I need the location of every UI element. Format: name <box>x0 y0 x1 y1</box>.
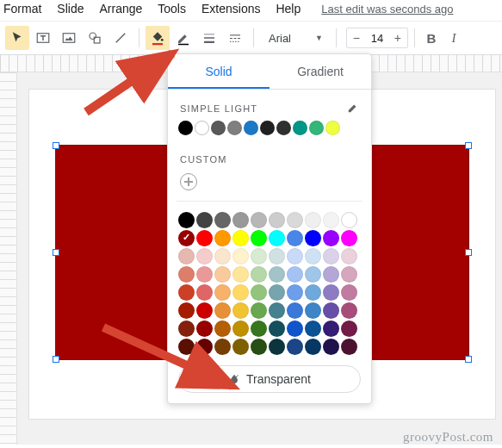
color-swatch[interactable] <box>341 284 357 301</box>
theme-color-swatch[interactable] <box>195 121 209 135</box>
image-tool[interactable] <box>57 26 81 50</box>
color-swatch[interactable] <box>269 339 285 355</box>
color-swatch[interactable] <box>269 320 285 337</box>
color-swatch[interactable] <box>323 248 339 264</box>
tab-solid[interactable]: Solid <box>168 54 270 89</box>
color-swatch[interactable] <box>196 339 213 355</box>
color-swatch[interactable] <box>232 320 249 337</box>
tab-gradient[interactable]: Gradient <box>270 54 371 89</box>
border-dash-button[interactable] <box>223 26 247 50</box>
color-swatch[interactable] <box>251 230 267 246</box>
color-swatch[interactable] <box>232 266 249 283</box>
border-color-button[interactable] <box>171 26 195 50</box>
color-swatch[interactable] <box>214 212 231 228</box>
color-swatch[interactable] <box>323 212 339 228</box>
bold-button[interactable]: B <box>421 26 442 50</box>
color-swatch[interactable] <box>251 339 267 355</box>
color-swatch[interactable] <box>287 212 303 228</box>
color-swatch[interactable] <box>196 302 213 319</box>
color-swatch[interactable] <box>323 284 339 301</box>
color-swatch[interactable] <box>196 230 213 246</box>
menu-format[interactable]: Format <box>3 2 41 16</box>
theme-color-swatch[interactable] <box>178 121 193 135</box>
resize-handle-l[interactable] <box>53 249 59 256</box>
color-swatch[interactable] <box>178 284 195 301</box>
color-swatch[interactable] <box>232 302 249 319</box>
color-swatch[interactable] <box>341 339 357 355</box>
menu-slide[interactable]: Slide <box>57 2 84 16</box>
resize-handle-tr[interactable] <box>465 142 472 149</box>
fill-color-button[interactable] <box>146 26 170 50</box>
line-tool[interactable] <box>108 26 133 50</box>
color-swatch[interactable] <box>305 212 321 228</box>
color-swatch[interactable] <box>214 284 231 301</box>
color-swatch[interactable] <box>251 284 267 301</box>
color-swatch[interactable] <box>269 284 285 301</box>
resize-handle-br[interactable] <box>465 356 472 363</box>
color-swatch[interactable] <box>341 320 357 337</box>
color-swatch[interactable] <box>269 230 285 246</box>
color-swatch[interactable] <box>269 212 285 228</box>
color-swatch[interactable] <box>251 266 267 283</box>
color-swatch[interactable] <box>305 230 321 246</box>
theme-color-swatch[interactable] <box>293 121 307 135</box>
color-swatch[interactable] <box>323 302 339 319</box>
color-swatch[interactable] <box>305 320 321 337</box>
color-swatch[interactable] <box>178 266 195 283</box>
color-swatch[interactable] <box>178 339 195 355</box>
theme-color-swatch[interactable] <box>260 121 275 135</box>
color-swatch[interactable] <box>269 266 285 283</box>
font-size-increase[interactable]: + <box>388 28 407 47</box>
color-swatch[interactable] <box>341 302 357 319</box>
color-swatch[interactable] <box>214 266 231 283</box>
color-swatch[interactable] <box>214 339 231 355</box>
add-custom-color-button[interactable] <box>180 173 197 190</box>
theme-color-swatch[interactable] <box>309 121 324 135</box>
color-swatch[interactable] <box>269 248 285 264</box>
color-swatch[interactable] <box>232 339 249 355</box>
color-swatch[interactable] <box>287 339 303 355</box>
color-swatch[interactable] <box>232 230 249 246</box>
color-swatch[interactable] <box>305 266 321 283</box>
color-swatch[interactable] <box>178 320 195 337</box>
color-swatch[interactable] <box>178 248 195 264</box>
border-weight-button[interactable] <box>197 26 221 50</box>
shape-tool[interactable] <box>83 26 107 50</box>
menu-help[interactable]: Help <box>276 2 301 16</box>
font-size-decrease[interactable]: − <box>347 28 366 47</box>
transparent-button[interactable]: Transparent <box>178 365 361 393</box>
color-swatch[interactable] <box>196 284 213 301</box>
edit-theme-icon[interactable] <box>347 102 359 115</box>
color-swatch[interactable] <box>196 320 213 337</box>
theme-color-swatch[interactable] <box>276 121 291 135</box>
color-swatch[interactable] <box>305 284 321 301</box>
color-swatch[interactable] <box>341 212 357 228</box>
color-swatch[interactable] <box>232 248 249 264</box>
color-swatch[interactable] <box>214 248 231 264</box>
color-swatch[interactable] <box>251 248 267 264</box>
color-swatch[interactable] <box>196 248 213 264</box>
color-swatch[interactable] <box>214 320 231 337</box>
color-swatch[interactable] <box>287 302 303 319</box>
theme-color-swatch[interactable] <box>325 121 340 135</box>
select-tool[interactable] <box>5 26 29 50</box>
color-swatch[interactable] <box>251 302 267 319</box>
color-swatch[interactable] <box>323 320 339 337</box>
color-swatch[interactable] <box>232 212 249 228</box>
theme-color-swatch[interactable] <box>211 121 226 135</box>
color-swatch[interactable] <box>251 212 267 228</box>
font-family-select[interactable]: Arial ▼ <box>262 26 330 50</box>
menu-extensions[interactable]: Extensions <box>201 2 260 16</box>
theme-color-swatch[interactable] <box>244 121 258 135</box>
color-swatch[interactable] <box>196 266 213 283</box>
color-swatch[interactable] <box>287 284 303 301</box>
edit-status[interactable]: Last edit was seconds ago <box>321 3 453 16</box>
color-swatch[interactable] <box>214 230 231 246</box>
color-swatch[interactable] <box>178 302 195 319</box>
textbox-tool[interactable] <box>31 26 55 50</box>
color-swatch[interactable] <box>305 339 321 355</box>
color-swatch[interactable] <box>232 284 249 301</box>
color-swatch[interactable] <box>323 266 339 283</box>
resize-handle-bl[interactable] <box>53 356 59 363</box>
color-swatch[interactable] <box>269 302 285 319</box>
